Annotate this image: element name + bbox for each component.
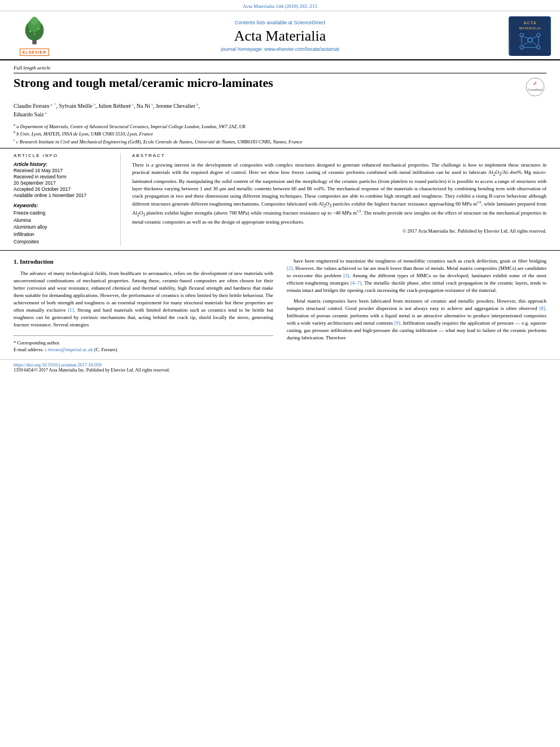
abstract-text: There is a growing interest in the devel… xyxy=(132,161,546,226)
author-chevalier-sup: b xyxy=(195,102,198,107)
ref-4-7[interactable]: [4–7] xyxy=(351,280,362,286)
email-author-name: (C. Ferraro). xyxy=(94,347,119,352)
they-text: They xyxy=(445,193,456,199)
author-ni: Na Ni xyxy=(137,103,150,109)
journal-reference: Acta Materialia 144 (2018) 202–215 xyxy=(243,3,317,9)
body-content: 1. Introduction The advance of many tech… xyxy=(0,251,560,353)
issn-text: 1359-6454/© 2017 Acta Materialia Inc. Pu… xyxy=(14,368,170,373)
email-label: E-mail address: xyxy=(14,347,43,352)
author-ferraro-sup: a, * xyxy=(50,102,56,107)
svg-point-6 xyxy=(34,33,36,35)
body-col-right: have been engineered to maximize the tou… xyxy=(287,257,546,353)
ref-1[interactable]: [1] xyxy=(68,307,74,313)
journal-center: Contents lists available at ScienceDirec… xyxy=(60,20,500,52)
article-info-col: ARTICLE INFO Article history: Received 1… xyxy=(14,153,121,246)
author-saiz: Eduardo Saiz xyxy=(14,112,44,118)
svg-text:✓: ✓ xyxy=(533,81,537,86)
author-ni-sup: a xyxy=(150,102,153,107)
svg-point-5 xyxy=(38,28,40,30)
ref-9[interactable]: [9] xyxy=(395,320,401,326)
crossmark-icon: ✓ CrossMark xyxy=(525,77,545,97)
acta-badge-area: ACTA MATERIALIA xyxy=(500,16,551,56)
info-abstract-section: ARTICLE INFO Article history: Received 1… xyxy=(0,148,560,251)
article-info-heading: ARTICLE INFO xyxy=(14,153,112,158)
keyword-1: Alumina xyxy=(14,217,112,224)
body-col-left: 1. Introduction The advance of many tech… xyxy=(14,257,273,353)
acta-badge-svg: ACTA MATERIALIA xyxy=(510,16,550,56)
affiliation-c: c c Research Institute in Civil and Mech… xyxy=(14,138,546,146)
keyword-0: Freeze-casting xyxy=(14,209,112,217)
keyword-3: Infiltration xyxy=(14,231,112,238)
journal-header: ELSEVIER Contents lists available at Sci… xyxy=(0,11,560,60)
svg-text:MATERIALIA: MATERIALIA xyxy=(519,27,541,30)
abstract-col: ABSTRACT There is a growing interest in … xyxy=(132,153,546,246)
date-revised: 20 September 2017 xyxy=(14,180,112,186)
article-header: Full length article Strong and tough met… xyxy=(0,60,560,148)
keyword-4: Composites xyxy=(14,238,112,246)
affiliations: a a Department of Materials, Centre of A… xyxy=(14,123,546,146)
date-accepted: Accepted 26 October 2017 xyxy=(14,186,112,192)
intro-section-title: 1. Introduction xyxy=(14,257,273,267)
acta-materialia-badge: ACTA MATERIALIA xyxy=(509,16,551,56)
intro-para-right-1: have been engineered to maximize the tou… xyxy=(287,257,546,294)
author-rethore-sup: c xyxy=(131,102,134,107)
article-history-label: Article history: xyxy=(14,161,112,167)
elsevier-tree-icon xyxy=(18,16,51,47)
top-bar: Acta Materialia 144 (2018) 202–215 xyxy=(0,0,560,11)
svg-text:ACTA: ACTA xyxy=(523,21,536,25)
author-chevalier: Jerome Chevalier xyxy=(156,103,195,109)
svg-point-3 xyxy=(31,17,38,25)
svg-point-4 xyxy=(29,30,32,33)
keywords-list: Freeze-casting Alumina Aluminium alloy I… xyxy=(14,209,112,246)
date-received: Received 16 May 2017 xyxy=(14,168,112,173)
title-divider xyxy=(14,73,546,73)
author-rethore: Julien Réthoré xyxy=(98,103,131,109)
intro-para-1: The advance of many technological fields… xyxy=(14,270,273,329)
author-ferraro: Claudio Ferraro xyxy=(14,103,50,109)
date-online: Available online 1 November 2017 xyxy=(14,193,112,198)
copyright-text: © 2017 Acta Materialia Inc. Published by… xyxy=(132,228,546,234)
email-note: E-mail address: c.ferraro@imperial.ac.uk… xyxy=(14,346,273,353)
email-link[interactable]: c.ferraro@imperial.ac.uk xyxy=(45,347,93,352)
abstract-heading: ABSTRACT xyxy=(132,153,546,158)
ref-8[interactable]: [8] xyxy=(539,305,545,311)
bottom-bar: https://doi.org/10.1016/j.actamat.2017.1… xyxy=(0,359,560,375)
affiliation-b: b b Univ. Lyon, MATEIS, INSA de Lyon, UM… xyxy=(14,130,546,138)
author-saiz-sup: a xyxy=(44,111,47,115)
keywords-label: Keywords: xyxy=(14,203,112,208)
authors: Claudio Ferraro a, *, Sylvain Meille b, … xyxy=(14,102,546,119)
intro-para-right-2: Metal matrix composites have been fabric… xyxy=(287,298,546,342)
author-meille-sup: b xyxy=(93,102,95,107)
article-title: Strong and tough metal/ceramic micro-lam… xyxy=(14,76,518,90)
doi-link[interactable]: https://doi.org/10.1016/j.actamat.2017.1… xyxy=(14,362,102,368)
elsevier-logo-area: ELSEVIER xyxy=(9,16,60,56)
corresponding-author-note: * Corresponding author. xyxy=(14,339,273,346)
journal-homepage: journal homepage: www.elsevier.com/locat… xyxy=(60,46,500,52)
affiliation-a: a a Department of Materials, Centre of A… xyxy=(14,123,546,130)
crossmark-area: ✓ CrossMark xyxy=(524,76,546,98)
journal-title: Acta Materialia xyxy=(60,28,500,45)
body-two-col: 1. Introduction The advance of many tech… xyxy=(14,257,546,353)
elsevier-label: ELSEVIER xyxy=(20,49,50,56)
svg-text:CrossMark: CrossMark xyxy=(528,88,543,91)
author-meille: Sylvain Meille xyxy=(59,103,92,109)
article-type: Full length article xyxy=(14,65,546,71)
footnote-section: * Corresponding author. E-mail address: … xyxy=(14,335,273,353)
keyword-2: Aluminium alloy xyxy=(14,224,112,231)
title-row: Strong and tough metal/ceramic micro-lam… xyxy=(14,76,546,98)
date-revised-label: Received in revised form xyxy=(14,174,112,180)
ref-2[interactable]: [2] xyxy=(287,265,293,271)
ref-3[interactable]: [3] xyxy=(343,273,349,278)
sciencedirect-text: Contents lists available at ScienceDirec… xyxy=(60,20,500,25)
page: Acta Materialia 144 (2018) 202–215 ELSEV… xyxy=(0,0,560,747)
